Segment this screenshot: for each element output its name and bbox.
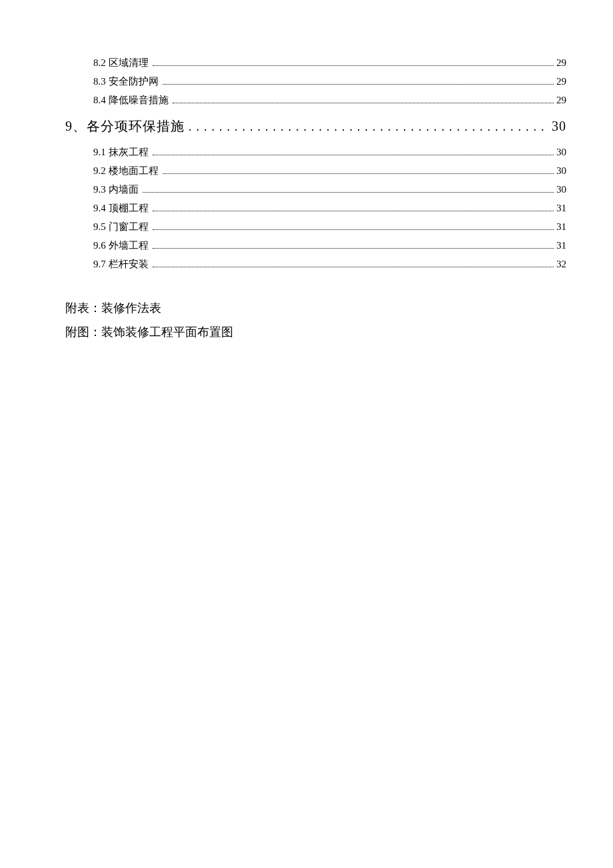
toc-item-9-7: 9.7 栏杆安装 32 [93,258,566,271]
appendix-block: 附表：装修作法表 附图：装饰装修工程平面布置图 [65,296,566,344]
toc-leader-dots [153,211,554,211]
toc-leader-dots [173,103,554,103]
toc-leader-dots [163,84,554,85]
toc-leader-dots [153,229,554,230]
appendix-figure-line: 附图：装饰装修工程平面布置图 [65,320,566,344]
toc-page-number: 30 [556,184,566,195]
toc-item-9-6: 9.6 外墙工程 31 [93,239,566,252]
toc-item-9-1: 9.1 抹灰工程 30 [93,146,566,159]
toc-label: 9.7 栏杆安装 [93,258,149,271]
toc-section-page-number: 30 [552,119,566,134]
toc-label: 9.2 楼地面工程 [93,165,159,177]
toc-item-9-3: 9.3 内墙面 30 [93,183,566,196]
toc-leader-dots [153,248,554,249]
toc-section-9: 9、各分项环保措施 ..............................… [65,117,566,135]
toc-leader-dots [163,173,554,174]
toc-item-9-2: 9.2 楼地面工程 30 [93,165,566,177]
toc-item-8-3: 8.3 安全防护网 29 [93,75,566,88]
toc-label: 8.3 安全防护网 [93,75,159,88]
toc-page-number: 30 [556,147,566,158]
toc-item-8-2: 8.2 区域清理 29 [93,57,566,69]
toc-leader-dots [153,155,554,155]
toc-section-label: 9、各分项环保措施 [65,117,185,135]
toc-label: 9.1 抹灰工程 [93,146,149,159]
toc-page-number: 32 [556,259,566,270]
toc-page-number: 29 [556,76,566,87]
toc-item-8-4: 8.4 降低噪音措施 29 [93,94,566,107]
toc-label: 9.5 门窗工程 [93,221,149,233]
toc-label: 8.4 降低噪音措施 [93,94,169,107]
toc-page-number: 30 [556,165,566,177]
toc-leader-dots [143,192,554,193]
toc-label: 9.4 顶棚工程 [93,202,149,215]
document-page: 8.2 区域清理 29 8.3 安全防护网 29 8.4 降低噪音措施 29 9… [0,0,613,344]
toc-page-number: 31 [556,240,566,251]
toc-leader-dots-wide: ........................................… [189,120,548,134]
toc-leader-dots [153,267,554,267]
toc-page-number: 31 [556,203,566,214]
toc-label: 9.6 外墙工程 [93,239,149,252]
toc-page-number: 29 [556,95,566,106]
toc-item-9-5: 9.5 门窗工程 31 [93,221,566,233]
toc-item-9-4: 9.4 顶棚工程 31 [93,202,566,215]
toc-page-number: 29 [556,57,566,69]
toc-page-number: 31 [556,221,566,233]
toc-label: 8.2 区域清理 [93,57,149,69]
toc-leader-dots [153,65,554,66]
toc-label: 9.3 内墙面 [93,183,139,196]
appendix-table-line: 附表：装修作法表 [65,296,566,320]
